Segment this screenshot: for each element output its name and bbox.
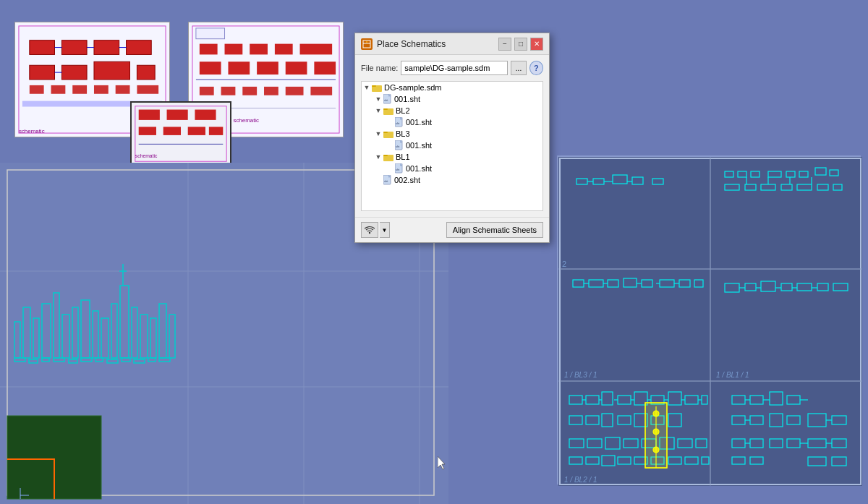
dialog-close-button[interactable]: ✕	[530, 38, 543, 51]
svg-rect-31	[228, 61, 250, 74]
tree-item-bl2[interactable]: ▼ BL2	[362, 105, 542, 116]
svg-rect-73	[132, 307, 137, 358]
file-icon-002-root: sht	[383, 175, 392, 185]
tree-toggle-bl1[interactable]: ▼	[373, 152, 383, 162]
svg-rect-52	[209, 127, 223, 134]
svg-rect-86	[95, 358, 103, 362]
svg-rect-20	[116, 85, 130, 94]
svg-text:1 / BL1 / 1: 1 / BL1 / 1	[716, 371, 749, 379]
svg-rect-47	[167, 110, 188, 120]
tree-item-001-bl3[interactable]: ▼ sht 001.sht	[362, 140, 542, 151]
wifi-dropdown-button[interactable]: ▼	[380, 222, 390, 238]
svg-rect-32	[257, 61, 278, 74]
svg-rect-24	[196, 28, 225, 39]
wifi-button[interactable]	[361, 222, 378, 238]
tree-item-root[interactable]: ▼ DG-sample.sdm	[362, 82, 542, 93]
dialog-title: Place Schematics	[377, 39, 446, 49]
schematic-thumbnail-3: schematic	[130, 101, 231, 166]
svg-rect-243	[383, 108, 388, 110]
tree-item-bl1[interactable]: ▼ BL1	[362, 151, 542, 163]
dialog-body: File name: ... ? ▼ DG-sample.sdm	[355, 55, 549, 217]
file-icon-001-bl2: sht	[395, 117, 404, 127]
svg-rect-37	[221, 87, 236, 95]
svg-rect-9	[137, 65, 155, 80]
svg-rect-34	[314, 61, 336, 74]
file-tree[interactable]: ▼ DG-sample.sdm ▼ sht 001.sht	[361, 81, 543, 211]
footer-left-controls: ▼	[361, 222, 390, 238]
svg-rect-80	[14, 358, 25, 362]
tree-toggle-bl2[interactable]: ▼	[373, 106, 383, 116]
svg-rect-29	[300, 44, 333, 55]
svg-rect-69	[93, 311, 98, 358]
tree-item-001-root[interactable]: ▼ sht 001.sht	[362, 93, 542, 105]
svg-point-256	[369, 232, 370, 234]
svg-rect-81	[29, 359, 38, 363]
dialog-titlebar: Place Schematics − □ ✕	[355, 33, 549, 55]
svg-rect-82	[42, 358, 49, 362]
svg-rect-21	[137, 85, 158, 94]
folder-icon-bl1	[383, 153, 393, 161]
svg-rect-76	[159, 304, 166, 358]
file-help-button[interactable]: ?	[529, 61, 543, 75]
svg-rect-6	[30, 65, 55, 80]
tree-item-bl3[interactable]: ▼ BL3	[362, 128, 542, 140]
file-icon-001-bl1: sht	[395, 163, 404, 174]
tree-item-002-root[interactable]: ▼ sht 002.sht	[362, 174, 542, 186]
folder-icon-bl2	[383, 106, 393, 115]
tree-item-001-bl1[interactable]: ▼ sht 001.sht	[362, 163, 542, 174]
svg-rect-77	[169, 315, 175, 358]
dialog-title-left: Place Schematics	[361, 38, 446, 50]
tree-toggle-root[interactable]: ▼	[362, 82, 372, 93]
tree-toggle-001-root[interactable]: ▼	[373, 94, 383, 104]
svg-rect-84	[69, 359, 77, 363]
svg-rect-90	[148, 358, 156, 362]
svg-rect-30	[200, 61, 221, 74]
svg-rect-71	[111, 304, 117, 358]
svg-rect-48	[195, 110, 216, 120]
file-name-row: File name: ... ?	[361, 61, 543, 75]
svg-text:sht: sht	[384, 98, 388, 102]
tree-label-root: DG-sample.sdm	[384, 83, 441, 92]
svg-rect-28	[275, 44, 293, 55]
svg-rect-36	[200, 87, 214, 95]
file-icon-001-root: sht	[383, 94, 392, 104]
align-schematic-sheets-button[interactable]: Align Schematic Sheets	[446, 222, 543, 238]
svg-rect-18	[72, 85, 87, 94]
tree-item-001-bl2[interactable]: ▼ sht 001.sht	[362, 116, 542, 128]
svg-rect-5	[127, 40, 152, 55]
svg-text:schematic: schematic	[135, 153, 158, 158]
dialog-maximize-button[interactable]: □	[514, 38, 527, 51]
svg-rect-19	[94, 85, 109, 94]
svg-rect-68	[81, 300, 90, 358]
svg-rect-51	[188, 127, 205, 134]
right-canvas: 1 / BL3 / 1 1 / BL1 / 1 1 / BL2 / 1 2	[557, 155, 861, 484]
svg-rect-49	[139, 127, 156, 134]
svg-rect-46	[139, 110, 160, 120]
svg-text:schematic: schematic	[19, 128, 45, 134]
dialog-minimize-button[interactable]: −	[498, 38, 511, 51]
tree-toggle-bl3[interactable]: ▼	[373, 129, 383, 139]
folder-icon-bl3	[383, 129, 393, 138]
file-name-input[interactable]	[401, 61, 508, 75]
dialog-app-icon	[361, 38, 373, 50]
file-browse-button[interactable]: ...	[511, 61, 526, 75]
svg-point-237	[366, 41, 367, 43]
svg-rect-8	[94, 61, 130, 80]
svg-rect-67	[72, 307, 78, 358]
tree-label-bl3: BL3	[396, 129, 410, 138]
svg-rect-2	[30, 40, 55, 55]
svg-rect-83	[54, 358, 64, 362]
svg-rect-239	[372, 85, 376, 87]
tree-label-001-bl3: 001.sht	[406, 141, 432, 150]
svg-rect-88	[122, 358, 130, 362]
file-icon-001-bl3: sht	[395, 140, 404, 150]
svg-rect-247	[383, 132, 388, 133]
svg-rect-85	[81, 358, 92, 362]
svg-rect-41	[310, 87, 332, 95]
tree-label-001-root: 001.sht	[394, 95, 420, 103]
main-canvas: schematic	[0, 0, 868, 504]
svg-rect-89	[134, 359, 145, 363]
svg-rect-33	[286, 61, 307, 74]
svg-rect-26	[225, 44, 243, 55]
svg-rect-70	[101, 318, 109, 358]
